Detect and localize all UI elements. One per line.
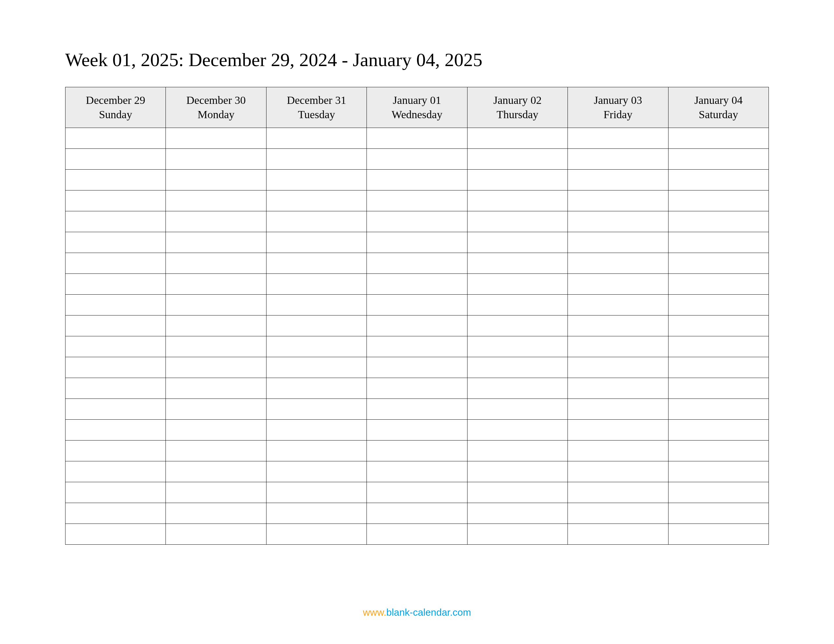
calendar-cell[interactable] xyxy=(65,128,166,149)
calendar-cell[interactable] xyxy=(668,274,769,295)
calendar-cell[interactable] xyxy=(266,315,367,336)
calendar-cell[interactable] xyxy=(467,524,567,545)
calendar-cell[interactable] xyxy=(568,128,668,149)
calendar-cell[interactable] xyxy=(568,503,668,524)
calendar-cell[interactable] xyxy=(568,357,668,378)
calendar-cell[interactable] xyxy=(568,482,668,503)
calendar-cell[interactable] xyxy=(668,524,769,545)
calendar-cell[interactable] xyxy=(367,378,467,399)
calendar-cell[interactable] xyxy=(668,211,769,232)
calendar-cell[interactable] xyxy=(65,169,166,190)
calendar-cell[interactable] xyxy=(65,482,166,503)
calendar-cell[interactable] xyxy=(467,190,567,211)
calendar-cell[interactable] xyxy=(166,232,266,253)
calendar-cell[interactable] xyxy=(467,295,567,315)
calendar-cell[interactable] xyxy=(568,336,668,357)
calendar-cell[interactable] xyxy=(166,211,266,232)
calendar-cell[interactable] xyxy=(467,149,567,169)
calendar-cell[interactable] xyxy=(668,190,769,211)
calendar-cell[interactable] xyxy=(266,128,367,149)
calendar-cell[interactable] xyxy=(568,190,668,211)
calendar-cell[interactable] xyxy=(266,399,367,420)
calendar-cell[interactable] xyxy=(266,253,367,274)
calendar-cell[interactable] xyxy=(65,462,166,482)
calendar-cell[interactable] xyxy=(266,274,367,295)
calendar-cell[interactable] xyxy=(467,232,567,253)
calendar-cell[interactable] xyxy=(668,295,769,315)
calendar-cell[interactable] xyxy=(467,211,567,232)
calendar-cell[interactable] xyxy=(668,378,769,399)
calendar-cell[interactable] xyxy=(266,420,367,441)
calendar-cell[interactable] xyxy=(568,211,668,232)
calendar-cell[interactable] xyxy=(367,128,467,149)
calendar-cell[interactable] xyxy=(65,399,166,420)
calendar-cell[interactable] xyxy=(266,336,367,357)
calendar-cell[interactable] xyxy=(65,420,166,441)
calendar-cell[interactable] xyxy=(467,128,567,149)
calendar-cell[interactable] xyxy=(166,336,266,357)
calendar-cell[interactable] xyxy=(568,149,668,169)
calendar-cell[interactable] xyxy=(65,378,166,399)
calendar-cell[interactable] xyxy=(367,190,467,211)
calendar-cell[interactable] xyxy=(467,357,567,378)
calendar-cell[interactable] xyxy=(367,399,467,420)
calendar-cell[interactable] xyxy=(367,420,467,441)
calendar-cell[interactable] xyxy=(166,378,266,399)
calendar-cell[interactable] xyxy=(467,441,567,462)
calendar-cell[interactable] xyxy=(166,524,266,545)
calendar-cell[interactable] xyxy=(166,169,266,190)
calendar-cell[interactable] xyxy=(367,232,467,253)
footer-link[interactable]: blank-calendar.com xyxy=(386,607,471,618)
calendar-cell[interactable] xyxy=(467,336,567,357)
calendar-cell[interactable] xyxy=(266,149,367,169)
calendar-cell[interactable] xyxy=(166,128,266,149)
calendar-cell[interactable] xyxy=(668,357,769,378)
calendar-cell[interactable] xyxy=(166,357,266,378)
calendar-cell[interactable] xyxy=(568,274,668,295)
calendar-cell[interactable] xyxy=(166,399,266,420)
calendar-cell[interactable] xyxy=(668,336,769,357)
calendar-cell[interactable] xyxy=(668,420,769,441)
calendar-cell[interactable] xyxy=(467,420,567,441)
calendar-cell[interactable] xyxy=(266,211,367,232)
calendar-cell[interactable] xyxy=(568,232,668,253)
calendar-cell[interactable] xyxy=(266,503,367,524)
calendar-cell[interactable] xyxy=(266,232,367,253)
calendar-cell[interactable] xyxy=(266,441,367,462)
calendar-cell[interactable] xyxy=(367,315,467,336)
calendar-cell[interactable] xyxy=(367,482,467,503)
calendar-cell[interactable] xyxy=(367,253,467,274)
calendar-cell[interactable] xyxy=(467,462,567,482)
calendar-cell[interactable] xyxy=(166,253,266,274)
calendar-cell[interactable] xyxy=(568,524,668,545)
calendar-cell[interactable] xyxy=(65,274,166,295)
calendar-cell[interactable] xyxy=(65,211,166,232)
calendar-cell[interactable] xyxy=(65,441,166,462)
calendar-cell[interactable] xyxy=(367,441,467,462)
calendar-cell[interactable] xyxy=(166,420,266,441)
calendar-cell[interactable] xyxy=(568,441,668,462)
calendar-cell[interactable] xyxy=(166,482,266,503)
calendar-cell[interactable] xyxy=(568,399,668,420)
calendar-cell[interactable] xyxy=(367,149,467,169)
calendar-cell[interactable] xyxy=(266,378,367,399)
calendar-cell[interactable] xyxy=(65,357,166,378)
calendar-cell[interactable] xyxy=(568,295,668,315)
calendar-cell[interactable] xyxy=(668,169,769,190)
calendar-cell[interactable] xyxy=(568,420,668,441)
calendar-cell[interactable] xyxy=(668,315,769,336)
calendar-cell[interactable] xyxy=(65,253,166,274)
calendar-cell[interactable] xyxy=(166,462,266,482)
calendar-cell[interactable] xyxy=(266,462,367,482)
calendar-cell[interactable] xyxy=(668,149,769,169)
calendar-cell[interactable] xyxy=(467,169,567,190)
calendar-cell[interactable] xyxy=(467,399,567,420)
calendar-cell[interactable] xyxy=(467,482,567,503)
calendar-cell[interactable] xyxy=(568,378,668,399)
calendar-cell[interactable] xyxy=(367,357,467,378)
calendar-cell[interactable] xyxy=(65,503,166,524)
calendar-cell[interactable] xyxy=(266,482,367,503)
calendar-cell[interactable] xyxy=(467,378,567,399)
calendar-cell[interactable] xyxy=(668,128,769,149)
calendar-cell[interactable] xyxy=(668,441,769,462)
